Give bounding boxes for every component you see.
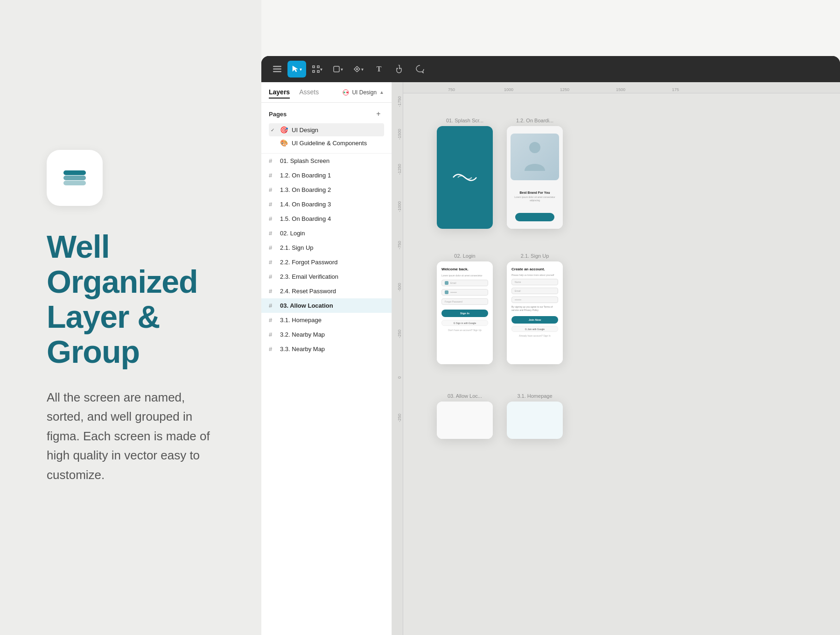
screen-card-allow-location[interactable] <box>437 402 493 439</box>
frame-tool-group: ▾ <box>308 61 327 78</box>
layer-item[interactable]: # 1.3. On Boarding 2 <box>261 183 392 197</box>
layers-list: # 01. Splash Screen # 1.2. On Boarding 1… <box>261 154 392 635</box>
description-text: All the screen are named, sorted, and we… <box>47 388 224 485</box>
screen-card-login[interactable]: Welcome back. Lorem ipsum dolor sit amet… <box>437 261 493 364</box>
pages-section: Pages + ✓ 🎯 UI Design 🎨 UI Guideline & C… <box>261 103 392 154</box>
svg-point-15 <box>529 142 540 153</box>
frame-tool[interactable]: ▾ <box>308 61 327 78</box>
svg-rect-5 <box>273 71 281 72</box>
layer-item[interactable]: # 3.1. Homepage <box>261 313 392 327</box>
screen-card-signup[interactable]: Create an account. Please help us know m… <box>507 261 563 364</box>
layer-item[interactable]: # 1.2. On Boarding 1 <box>261 168 392 183</box>
page-name-guideline: UI Guideline & Components <box>292 140 367 147</box>
layer-item[interactable]: # 3.2. Nearby Map <box>261 327 392 342</box>
layer-item[interactable]: # 1.5. On Boarding 4 <box>261 212 392 226</box>
screen-group-splash: 01. Splash Scr... <box>437 118 493 229</box>
shape-tool[interactable]: ▾ <box>329 61 347 78</box>
stack-icon <box>62 167 88 189</box>
comment-tool[interactable] <box>411 61 429 78</box>
pen-tool[interactable]: ▾ <box>349 61 368 78</box>
layer-item[interactable]: # 2.3. Email Verification <box>261 269 392 284</box>
pages-title: Pages <box>269 111 287 118</box>
svg-point-14 <box>346 92 348 93</box>
shape-tool-group: ▾ <box>329 61 347 78</box>
screen-card-homepage[interactable] <box>507 402 563 439</box>
layer-item[interactable]: # 2.4. Reset Password <box>261 284 392 298</box>
page-name-ui-design: UI Design <box>292 127 318 134</box>
tab-layers[interactable]: Layers <box>269 86 290 99</box>
screen-label: 3.1. Homepage <box>517 393 552 399</box>
layer-item[interactable]: # 2.2. Forgot Password <box>261 255 392 269</box>
screen-group-signup: 2.1. Sign Up Create an account. Please h… <box>507 253 563 364</box>
pages-header: Pages + <box>269 108 384 120</box>
screen-group-login: 02. Login Welcome back. Lorem ipsum dolo… <box>437 253 493 364</box>
canvas-area[interactable]: 750 1000 1250 1500 175 -1750 -1500 -1250… <box>392 82 840 635</box>
select-tool-group: ▾ <box>287 61 306 78</box>
page-item-ui-design[interactable]: ✓ 🎯 UI Design <box>269 123 384 136</box>
svg-rect-1 <box>63 176 86 180</box>
signup-screen: Create an account. Please help us know m… <box>507 261 563 364</box>
layer-item[interactable]: # 1.4. On Boarding 3 <box>261 197 392 212</box>
menu-button[interactable] <box>269 61 286 78</box>
icon-box <box>47 150 103 206</box>
toolbar: ▾ ▾ ▾ <box>261 56 840 82</box>
select-tool[interactable]: ▾ <box>287 61 306 78</box>
screen-label: 1.2. On Boardi... <box>516 118 553 123</box>
layer-item[interactable]: # 02. Login <box>261 226 392 240</box>
layer-item[interactable]: # 2.1. Sign Up <box>261 240 392 255</box>
layer-item[interactable]: # 01. Splash Screen <box>261 154 392 168</box>
svg-rect-3 <box>273 66 281 67</box>
ruler-horizontal: 750 1000 1250 1500 175 <box>392 82 840 93</box>
hand-tool[interactable] <box>390 61 409 78</box>
screen-label: 2.1. Sign Up <box>521 253 549 259</box>
right-panel: ▾ ▾ ▾ <box>261 0 840 635</box>
add-page-button[interactable]: + <box>373 108 384 120</box>
check-icon: ✓ <box>271 127 276 133</box>
canvas-content: 01. Splash Scr... 1.2. On Boardi... <box>409 99 840 635</box>
layer-item-allow-location[interactable]: # 03. Allow Location <box>261 298 392 313</box>
allow-location-screen <box>437 402 493 439</box>
svg-rect-2 <box>63 170 86 175</box>
pen-tool-group: ▾ <box>349 61 368 78</box>
svg-rect-8 <box>313 71 315 72</box>
screen-label: 02. Login <box>454 253 475 259</box>
figma-main: Layers Assets UI Design ▲ <box>261 82 840 635</box>
figma-window: ▾ ▾ ▾ <box>261 56 840 635</box>
main-heading: Well Organized Layer & Group <box>47 229 224 369</box>
screen-group-homepage: 3.1. Homepage <box>507 393 563 439</box>
svg-rect-0 <box>63 181 86 185</box>
svg-rect-6 <box>313 66 315 68</box>
svg-rect-9 <box>317 71 319 72</box>
svg-rect-7 <box>317 66 319 68</box>
panel-tabs: Layers Assets UI Design ▲ <box>261 82 392 103</box>
screen-group-allow-location: 03. Allow Loc... <box>437 393 493 439</box>
screen-label: 03. Allow Loc... <box>448 393 482 399</box>
left-panel: Well Organized Layer & Group All the scr… <box>0 0 261 635</box>
page-item-guideline[interactable]: 🎨 UI Guideline & Components <box>269 136 384 149</box>
svg-rect-4 <box>273 69 281 70</box>
splash-screen <box>437 126 493 229</box>
onboarding-image <box>511 134 559 180</box>
svg-point-13 <box>343 92 345 93</box>
svg-point-11 <box>356 68 358 70</box>
text-tool[interactable]: T <box>370 61 388 78</box>
layers-panel: Layers Assets UI Design ▲ <box>261 82 392 635</box>
tab-assets[interactable]: Assets <box>299 86 319 99</box>
screen-card-splash[interactable] <box>437 126 493 229</box>
login-screen: Welcome back. Lorem ipsum dolor sit amet… <box>437 261 493 364</box>
svg-rect-10 <box>334 66 339 72</box>
screen-label: 01. Splash Scr... <box>446 118 483 123</box>
screen-card-onboarding[interactable]: Best Brand For You Lorem ipsum dolor sit… <box>507 126 563 229</box>
onboarding-screen: Best Brand For You Lorem ipsum dolor sit… <box>507 126 563 229</box>
layer-item[interactable]: # 3.3. Nearby Map <box>261 342 392 356</box>
screen-group-onboarding: 1.2. On Boardi... <box>507 118 563 229</box>
ruler-vertical: -1750 -1500 -1250 -1000 -750 -500 -250 0… <box>392 82 403 635</box>
page-badge[interactable]: UI Design ▲ <box>343 89 384 96</box>
